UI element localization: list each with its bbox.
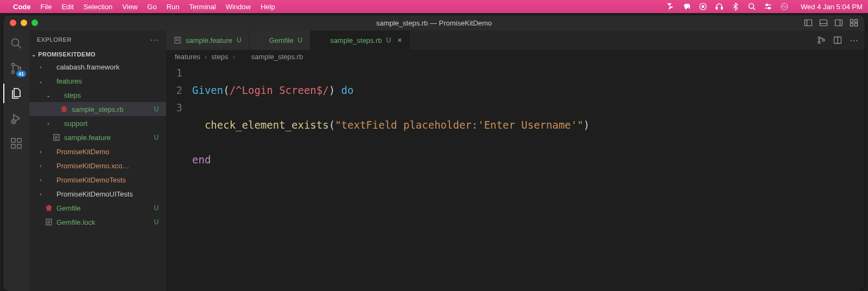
editor-tab-label: Gemfile — [269, 36, 294, 45]
editor-area: sample.featureUGemfileUsample_steps.rbU×… — [166, 30, 865, 291]
file-tree-item[interactable]: sample_steps.rbU — [29, 102, 166, 116]
svg-rect-13 — [820, 20, 827, 26]
tray-bluetooth-icon[interactable] — [731, 2, 740, 11]
menubar-view[interactable]: View — [122, 3, 137, 11]
code-token: do — [341, 84, 354, 96]
menubar-window[interactable]: Window — [226, 3, 251, 11]
file-icon — [52, 133, 61, 142]
menubar-edit[interactable]: Edit — [61, 3, 73, 11]
tray-elephant-icon[interactable] — [682, 2, 691, 11]
chevron-down-icon: ⌄ — [31, 52, 36, 58]
code-token: check_element_exists — [205, 119, 329, 131]
menubar-go[interactable]: Go — [147, 3, 156, 11]
svg-point-24 — [12, 71, 15, 74]
breadcrumb-file[interactable]: sample_steps.rb — [251, 53, 303, 61]
code-editor[interactable]: 1 2 3 Given(/^Login Screen$/) do check_e… — [166, 63, 865, 291]
menubar-datetime[interactable]: Wed 4 Jan 5:04 PM — [801, 3, 863, 11]
titlebar: sample_steps.rb — PromiseKitDemo — [3, 15, 865, 30]
vscode-window: sample_steps.rb — PromiseKitDemo 41 — [3, 15, 865, 291]
menubar-app[interactable]: Code — [13, 3, 31, 11]
tab-split-icon[interactable] — [833, 36, 842, 45]
file-status: U — [152, 204, 161, 212]
window-minimize-button[interactable] — [21, 20, 27, 26]
svg-point-7 — [766, 4, 768, 6]
scm-badge: 41 — [16, 71, 26, 77]
layout-customize-icon[interactable] — [850, 18, 858, 27]
activity-debug-icon[interactable] — [9, 111, 24, 126]
file-tree-item[interactable]: ⌄steps — [29, 88, 166, 102]
svg-rect-19 — [851, 23, 853, 26]
svg-rect-30 — [17, 138, 21, 142]
svg-rect-27 — [11, 138, 15, 142]
explorer-section-header[interactable]: ⌄ PROMISEKITDEMO — [29, 49, 166, 60]
menubar-terminal[interactable]: Terminal — [189, 3, 216, 11]
sidebar-more-icon[interactable]: ⋯ — [150, 35, 159, 45]
tray-siri-icon[interactable] — [780, 2, 789, 11]
file-tree: ›calabash.framework⌄features⌄stepssample… — [29, 60, 166, 229]
explorer-section-name: PROMISEKITDEMO — [38, 51, 96, 58]
file-tree-item-label: PromiseKitDemo.xco… — [56, 162, 152, 170]
chevron-right-icon: › — [37, 191, 45, 197]
menubar-selection[interactable]: Selection — [84, 3, 112, 11]
layout-sidebar-right-icon[interactable] — [834, 18, 843, 27]
file-tree-item[interactable]: sample.featureU — [29, 130, 166, 144]
ruby-file-icon — [318, 36, 326, 44]
code-token: ( — [329, 119, 335, 131]
tab-close-icon[interactable]: × — [397, 36, 402, 45]
window-title: sample_steps.rb — PromiseKitDemo — [376, 19, 492, 27]
file-tree-item[interactable]: ›support — [29, 116, 166, 130]
file-tree-item[interactable]: ⌄features — [29, 74, 166, 88]
breadcrumb[interactable]: features › steps › sample_steps.rb — [166, 50, 865, 63]
activity-scm-icon[interactable]: 41 — [9, 61, 24, 76]
breadcrumb-part[interactable]: features — [175, 53, 200, 61]
line-number: 3 — [166, 99, 182, 116]
file-tree-item[interactable]: ›PromiseKitDemo — [29, 144, 166, 159]
layout-panel-icon[interactable] — [819, 18, 828, 27]
editor-tab[interactable]: sample_steps.rbU× — [311, 30, 410, 50]
menubar-file[interactable]: File — [41, 3, 52, 11]
file-tree-item[interactable]: ›calabash.framework — [29, 60, 166, 74]
tray-control-center-icon[interactable] — [764, 2, 772, 11]
menubar-help[interactable]: Help — [261, 3, 275, 11]
file-tree-item[interactable]: ›PromiseKitDemoTests — [29, 173, 166, 187]
file-tree-item[interactable]: GemfileU — [29, 201, 166, 215]
activity-search-icon[interactable] — [9, 36, 24, 51]
code-content[interactable]: Given(/^Login Screen$/) do check_element… — [192, 63, 865, 291]
breadcrumb-part[interactable]: steps — [211, 53, 228, 61]
svg-point-1 — [702, 5, 704, 8]
tray-kite-icon[interactable] — [666, 2, 675, 11]
menubar-run[interactable]: Run — [167, 3, 180, 11]
file-tree-item[interactable]: ›PromiseKitDemoUITests — [29, 187, 166, 201]
folder-icon — [52, 91, 61, 99]
window-zoom-button[interactable] — [31, 20, 38, 26]
macos-menubar: Code File Edit Selection View Go Run Ter… — [0, 0, 868, 13]
svg-rect-3 — [721, 7, 723, 9]
tray-search-icon[interactable] — [747, 2, 756, 11]
svg-rect-11 — [805, 20, 812, 26]
tab-compare-icon[interactable] — [817, 36, 826, 45]
editor-tab[interactable]: sample.featureU — [166, 30, 250, 50]
tray-record-icon[interactable] — [699, 2, 707, 11]
svg-point-43 — [818, 41, 820, 43]
svg-point-44 — [822, 39, 825, 41]
file-tree-item-label: sample_steps.rb — [72, 105, 152, 113]
tab-more-icon[interactable]: ⋯ — [850, 35, 858, 46]
tray-headphones-icon[interactable] — [715, 2, 724, 11]
svg-point-9 — [768, 7, 770, 9]
svg-rect-29 — [17, 144, 21, 148]
layout-sidebar-left-icon[interactable] — [804, 18, 813, 27]
svg-rect-20 — [855, 23, 858, 26]
editor-tab-label: sample.feature — [186, 36, 232, 45]
folder-icon — [45, 175, 53, 184]
chevron-right-icon: › — [45, 121, 52, 126]
file-tree-item[interactable]: ›PromiseKitDemo.xco… — [29, 159, 166, 173]
file-tree-item-label: calabash.framework — [56, 63, 152, 71]
activity-extensions-icon[interactable] — [9, 136, 24, 151]
file-tree-item-label: PromiseKitDemo — [56, 148, 152, 156]
editor-tab[interactable]: GemfileU — [250, 30, 311, 50]
file-tree-item[interactable]: Gemfile.lockU — [29, 215, 166, 229]
activity-explorer-icon[interactable] — [9, 86, 24, 101]
window-close-button[interactable] — [10, 20, 16, 26]
tabs-bar: sample.featureUGemfileUsample_steps.rbU×… — [166, 30, 865, 50]
code-token: "textField placeholder:'Enter Username'" — [335, 119, 584, 131]
